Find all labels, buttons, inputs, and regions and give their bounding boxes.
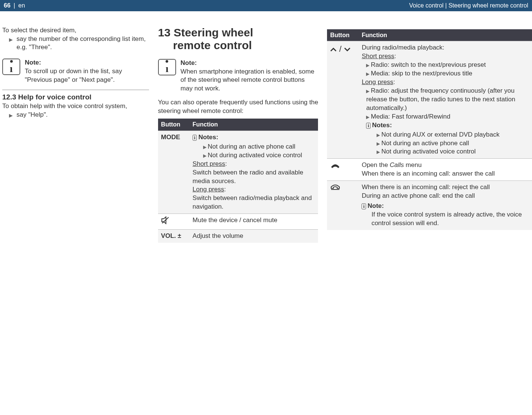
hangup-end: During an active phone call: end the cal… — [362, 192, 529, 200]
slash-separator: / — [339, 44, 342, 54]
mode-note-1: Not during an active phone call — [203, 143, 315, 151]
header-left: 66 | en — [4, 2, 25, 10]
note-body: To scroll up or down in the list, say "P… — [25, 67, 149, 84]
heading-line-1: 13 Steering wheel — [158, 26, 253, 39]
table-row: When there is an incoming call: reject t… — [327, 181, 532, 230]
section-number: 12.3 — [2, 93, 16, 101]
long-press-radio: Radio: adjust the frequency continuously… — [366, 87, 529, 113]
function-up-down: During radio/media playback: Short press… — [359, 41, 532, 159]
mode-short-press: Short press: Switch between the radio an… — [193, 160, 315, 186]
function-vol: Adjust the volume — [190, 230, 318, 243]
long-press-label: Long press — [193, 186, 224, 193]
info-icon: ı — [2, 59, 20, 75]
triangle-bullet-icon: ▶ — [9, 36, 13, 52]
short-press-media: Media: skip to the next/previous title — [366, 69, 529, 78]
bullet-text: say "Help". — [17, 111, 48, 119]
pickup-open: Open the — [362, 161, 390, 168]
table-row: MODE iNotes: Not during an active phone … — [158, 131, 318, 214]
page-content: To select the desired item, ▶ say the nu… — [0, 11, 532, 243]
bullet-say-number: ▶ say the number of the corresponding li… — [9, 35, 149, 52]
long-press-label: Long press — [362, 78, 393, 86]
select-item-intro: To select the desired item, — [2, 26, 149, 35]
table-row: / During radio/media playback: Short pre… — [327, 41, 532, 159]
column-1: To select the desired item, ▶ say the nu… — [0, 26, 149, 243]
note-phone: Not during an active phone call — [377, 139, 529, 148]
phone-hangup-icon — [330, 183, 341, 191]
note-aux: Not during AUX or external DVD playback — [377, 131, 529, 139]
notes-label: Notes: — [372, 122, 392, 129]
table-row: VOL. ± Adjust the volume — [158, 230, 318, 243]
button-hangup — [327, 181, 359, 230]
note-body: When smartphone integration is enabled, … — [181, 68, 318, 93]
note-voice: Not during activated voice control — [377, 147, 529, 156]
function-table-2: Button Function / During radio/media pla… — [327, 29, 532, 230]
column-3: Button Function / During radio/media pla… — [327, 26, 532, 243]
help-intro: To obtain help with the voice control sy… — [2, 102, 149, 111]
chevron-up-icon — [330, 47, 337, 52]
hangup-reject: When there is an incoming call: reject t… — [362, 183, 529, 192]
short-press-label: Short press — [362, 53, 394, 60]
notes-label: Notes: — [198, 134, 218, 141]
note-label: Note: — [181, 59, 318, 68]
svg-line-0 — [162, 217, 169, 223]
info-icon: i — [366, 123, 371, 129]
header-title: Voice control | Steering wheel remote co… — [409, 2, 528, 10]
remote-intro: You can also operate frequently used fun… — [158, 98, 318, 116]
short-press-block: Short press: Radio: switch to the next/p… — [362, 52, 529, 78]
button-mode: MODE — [158, 131, 190, 214]
th-function: Function — [190, 119, 318, 131]
function-pickup: Open the Calls menu When there is an inc… — [359, 159, 532, 181]
note-label: Note: — [368, 202, 384, 209]
function-mute: Mute the device / cancel mute — [190, 214, 318, 230]
triangle-bullet-icon: ▶ — [9, 112, 13, 119]
bullet-text: say the number of the corresponding list… — [17, 35, 149, 52]
mode-notes: iNotes: Not during an active phone call … — [193, 133, 315, 160]
th-button: Button — [327, 29, 359, 41]
hangup-note-body: If the voice control system is already a… — [371, 211, 529, 228]
mode-note-2: Not during activated voice control — [203, 151, 315, 160]
heading-line-2: remote control — [158, 39, 318, 52]
long-press-body: Switch between radio/media playback and … — [193, 194, 312, 210]
note-content: Note: To scroll up or down in the list, … — [25, 59, 149, 84]
note-content: Note: When smartphone integration is ena… — [181, 59, 318, 93]
playback-intro: During radio/media playback: — [362, 44, 529, 52]
chevron-down-icon — [344, 47, 351, 52]
function-mode: iNotes: Not during an active phone call … — [190, 131, 318, 214]
mode-long-press: Long press: Switch between radio/media p… — [193, 185, 315, 211]
long-press-block: Long press: Radio: adjust the frequency … — [362, 78, 529, 121]
calls-menu-name: Calls — [390, 161, 404, 168]
short-press-radio: Radio: switch to the next/previous prese… — [366, 61, 529, 69]
note-label: Note: — [25, 59, 149, 67]
updown-notes: iNotes: Not during AUX or external DVD p… — [366, 121, 529, 156]
table-header-row: Button Function — [158, 119, 318, 131]
pickup-incoming: When there is an incoming call: answer t… — [362, 170, 494, 177]
page-header: 66 | en Voice control | Steering wheel r… — [0, 0, 532, 11]
page-number: 66 — [4, 2, 11, 9]
page-lang: en — [18, 2, 25, 9]
table-header-row: Button Function — [327, 29, 532, 41]
info-icon: ı — [158, 59, 176, 75]
section-12-3-title: 12.3 Help for voice control — [2, 92, 149, 102]
header-separator: | — [14, 2, 15, 9]
pickup-menu-word: menu — [404, 161, 422, 168]
hangup-note: iNote: If the voice control system is al… — [362, 202, 529, 228]
mute-icon — [161, 216, 170, 224]
note-scroll: ı Note: To scroll up or down in the list… — [2, 59, 149, 84]
column-2: 13 Steering wheel remote control ı Note:… — [158, 26, 318, 243]
table-row: Mute the device / cancel mute — [158, 214, 318, 230]
button-vol: VOL. ± — [158, 230, 190, 243]
th-button: Button — [158, 119, 190, 131]
function-hangup: When there is an incoming call: reject t… — [359, 181, 532, 230]
th-function: Function — [359, 29, 532, 41]
table-row: Open the Calls menu When there is an inc… — [327, 159, 532, 181]
section-13-heading: 13 Steering wheel remote control — [158, 26, 318, 52]
info-icon: i — [362, 203, 366, 209]
section-name: Help for voice control — [16, 93, 92, 101]
bullet-say-help: ▶ say "Help". — [9, 111, 149, 119]
button-up-down: / — [327, 41, 359, 159]
function-table-1: Button Function MODE iNotes: Not during … — [158, 119, 318, 243]
long-press-media: Media: Fast forward/Rewind — [366, 113, 529, 121]
short-press-body: Switch between the radio and available m… — [193, 169, 303, 185]
button-pickup — [327, 159, 359, 181]
short-press-label: Short press — [193, 160, 225, 167]
